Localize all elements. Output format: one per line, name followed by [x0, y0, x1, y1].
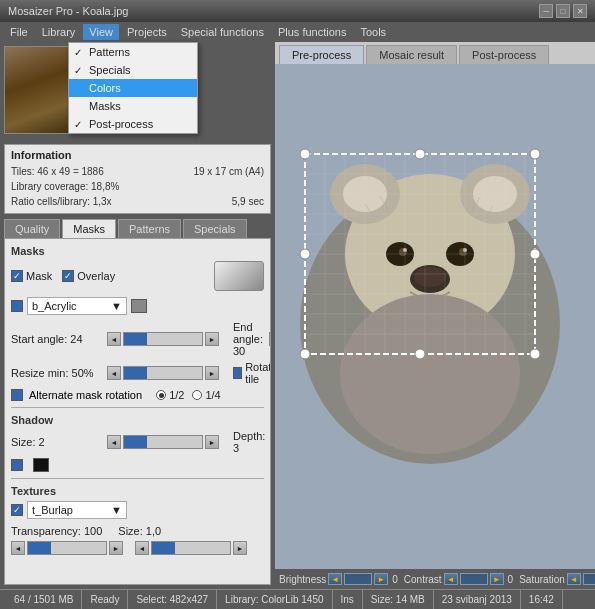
masks-panel: Masks ✓ Mask ✓ Overlay b_Acrylic ▼: [4, 238, 271, 585]
start-angle-left-btn[interactable]: ◄: [107, 332, 121, 346]
start-angle-slider[interactable]: [123, 332, 203, 346]
tab-mosaic-result[interactable]: Mosaic result: [366, 45, 457, 64]
saturation-label: Saturation: [519, 574, 565, 585]
menu-tools[interactable]: Tools: [354, 24, 392, 40]
radio-quarter[interactable]: 1/4: [192, 389, 220, 401]
transparency-left-btn[interactable]: ◄: [11, 541, 25, 555]
radio-quarter-circle[interactable]: [192, 390, 202, 400]
menu-file[interactable]: File: [4, 24, 34, 40]
maximize-button[interactable]: □: [556, 4, 570, 18]
tab-preprocess[interactable]: Pre-process: [279, 45, 364, 64]
texture-dropdown[interactable]: t_Burlap ▼: [27, 501, 127, 519]
contrast-left-btn[interactable]: ◄: [444, 573, 458, 585]
texture-size-controls: ◄ ►: [135, 541, 247, 555]
info-panel: Information Tiles: 46 x 49 = 1886 19 x 1…: [4, 144, 271, 214]
brightness-label: Brightness: [279, 574, 326, 585]
texture-size-left-btn[interactable]: ◄: [135, 541, 149, 555]
info-tiles-row: Tiles: 46 x 49 = 1886 19 x 17 cm (A4): [11, 164, 264, 179]
texture-size-slider[interactable]: [151, 541, 231, 555]
shadow-checkbox[interactable]: [11, 459, 23, 471]
textures-divider: [11, 478, 264, 479]
tab-quality[interactable]: Quality: [4, 219, 60, 238]
status-ready: Ready: [82, 590, 128, 609]
shadow-size-left-btn[interactable]: ◄: [107, 435, 121, 449]
dropdown-specials[interactable]: ✓ Specials: [69, 61, 197, 79]
shadow-color-swatch[interactable]: [33, 458, 49, 472]
saturation-left-btn[interactable]: ◄: [567, 573, 581, 585]
start-angle-right-btn[interactable]: ►: [205, 332, 219, 346]
shadow-size-label: Size: 2: [11, 436, 101, 448]
info-ratio-row: Ratio cells/library: 1,3x 5,9 sec: [11, 194, 264, 209]
mask-select-row: b_Acrylic ▼: [11, 297, 264, 315]
mask-color-swatch[interactable]: [131, 299, 147, 313]
resize-slider[interactable]: [123, 366, 203, 380]
saturation-group: Saturation ◄ ►: [519, 573, 595, 585]
mask-select-checkbox[interactable]: [11, 300, 23, 312]
radio-half-circle[interactable]: [156, 390, 166, 400]
menu-plus[interactable]: Plus functions: [272, 24, 352, 40]
end-angle-left-btn[interactable]: ◄: [269, 332, 271, 346]
resize-controls: ◄ ►: [107, 366, 219, 380]
brightness-right-btn[interactable]: ►: [374, 573, 388, 585]
menu-library[interactable]: Library: [36, 24, 82, 40]
radio-half[interactable]: 1/2: [156, 389, 184, 401]
menu-special[interactable]: Special functions: [175, 24, 270, 40]
minimize-button[interactable]: ─: [539, 4, 553, 18]
saturation-slider[interactable]: [583, 573, 595, 585]
resize-left-btn[interactable]: ◄: [107, 366, 121, 380]
mask-dropdown[interactable]: b_Acrylic ▼: [27, 297, 127, 315]
status-bar: 64 / 1501 MB Ready Select: 482x427 Libra…: [0, 589, 595, 609]
start-angle-controls: ◄ ►: [107, 332, 219, 346]
brightness-slider[interactable]: [344, 573, 372, 585]
transparency-row: Transparency: 100 Size: 1,0: [11, 525, 264, 537]
view-dropdown: ✓ Patterns ✓ Specials Colors Masks ✓ Pos…: [68, 42, 198, 134]
menu-view[interactable]: View: [83, 24, 119, 40]
status-ins: Ins: [333, 590, 363, 609]
resize-right-btn[interactable]: ►: [205, 366, 219, 380]
tab-postprocess[interactable]: Post-process: [459, 45, 549, 64]
title-bar: Mosaizer Pro - Koala.jpg ─ □ ✕: [0, 0, 595, 22]
info-size: 19 x 17 cm (A4): [193, 164, 264, 179]
mask-checkbox[interactable]: ✓: [11, 270, 23, 282]
rotate-tile-checkbox[interactable]: [233, 367, 242, 379]
status-select: Select: 482x427: [128, 590, 217, 609]
image-area: [275, 64, 595, 569]
menu-bar: File Library View Projects Special funct…: [0, 22, 595, 42]
tab-masks[interactable]: Masks: [62, 219, 116, 238]
close-button[interactable]: ✕: [573, 4, 587, 18]
start-angle-row: Start angle: 24 ◄ ► End angle: 30 ◄ ►: [11, 321, 264, 357]
menu-projects[interactable]: Projects: [121, 24, 173, 40]
texture-size-right-btn[interactable]: ►: [233, 541, 247, 555]
dropdown-masks[interactable]: Masks: [69, 97, 197, 115]
alternate-label: Alternate mask rotation: [29, 389, 142, 401]
shadow-size-controls: ◄ ►: [107, 435, 219, 449]
fraction-radio-group: 1/2 1/4: [156, 389, 221, 401]
tab-specials[interactable]: Specials: [183, 219, 247, 238]
overlay-checkbox[interactable]: ✓: [62, 270, 74, 282]
contrast-right-btn[interactable]: ►: [490, 573, 504, 585]
alternate-checkbox[interactable]: [11, 389, 23, 401]
mask-preview: [214, 261, 264, 291]
dropdown-colors[interactable]: Colors: [69, 79, 197, 97]
info-time: 5,9 sec: [232, 194, 264, 209]
transparency-controls: ◄ ►: [11, 541, 123, 555]
texture-checkbox[interactable]: ✓: [11, 504, 23, 516]
brightness-left-btn[interactable]: ◄: [328, 573, 342, 585]
transparency-slider[interactable]: [27, 541, 107, 555]
transparency-label: Transparency: 100: [11, 525, 102, 537]
shadow-size-right-btn[interactable]: ►: [205, 435, 219, 449]
tab-patterns[interactable]: Patterns: [118, 219, 181, 238]
texture-select-row: ✓ t_Burlap ▼: [11, 501, 264, 519]
image-bottom-controls: Brightness ◄ ► 0 Contrast ◄ ► 0 Saturati…: [275, 569, 595, 589]
rotate-tile-label[interactable]: Rotate tile: [233, 361, 271, 385]
shadow-size-slider[interactable]: [123, 435, 203, 449]
svg-point-19: [340, 294, 520, 454]
end-angle-label: End angle: 30: [233, 321, 263, 357]
transparency-right-btn[interactable]: ►: [109, 541, 123, 555]
overlay-checkbox-label[interactable]: ✓ Overlay: [62, 270, 115, 282]
texture-dropdown-arrow-icon: ▼: [111, 504, 122, 516]
contrast-slider[interactable]: [460, 573, 488, 585]
mask-checkbox-label[interactable]: ✓ Mask: [11, 270, 52, 282]
dropdown-postprocess[interactable]: ✓ Post-process: [69, 115, 197, 133]
dropdown-patterns[interactable]: ✓ Patterns: [69, 43, 197, 61]
